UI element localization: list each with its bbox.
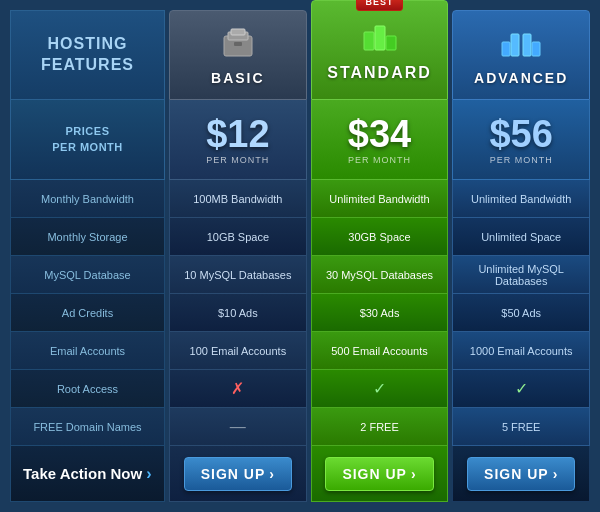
price-label: PRICESPER MONTH (10, 100, 165, 180)
basic-domain: — (169, 408, 307, 446)
standard-name: STANDARD (327, 64, 432, 82)
svg-rect-5 (375, 26, 385, 50)
basic-bandwidth: 100MB Bandwidth (169, 180, 307, 218)
advanced-bandwidth: Unlimited Bandwidth (452, 180, 590, 218)
basic-header: BASIC (169, 10, 307, 100)
pricing-table: HOSTINGFEATURES PRICESPER MONTH Monthly … (0, 0, 600, 512)
feature-label-mysql: MySQL Database (10, 256, 165, 294)
advanced-mysql: Unlimited MySQL Databases (452, 256, 590, 294)
basic-per-month: PER MONTH (206, 155, 269, 165)
standard-domain: 2 FREE (311, 408, 449, 446)
action-cell: Take Action Now › (10, 446, 165, 502)
standard-signup-arrow: › (411, 466, 417, 482)
plan-advanced: ADVANCED $56 PER MONTH Unlimited Bandwid… (452, 10, 590, 502)
standard-mysql: 30 MySQL Databases (311, 256, 449, 294)
check-icon-standard: ✓ (373, 379, 386, 398)
basic-root: ✗ (169, 370, 307, 408)
svg-rect-7 (502, 42, 510, 56)
basic-mysql: 10 MySQL Databases (169, 256, 307, 294)
advanced-root: ✓ (452, 370, 590, 408)
feature-label-root: Root Access (10, 370, 165, 408)
svg-rect-2 (231, 29, 245, 35)
best-badge: BEST (356, 0, 402, 11)
advanced-name: ADVANCED (474, 70, 568, 86)
advanced-ads: $50 Ads (452, 294, 590, 332)
advanced-per-month: PER MONTH (490, 155, 553, 165)
standard-email: 500 Email Accounts (311, 332, 449, 370)
basic-icon (220, 24, 256, 66)
dash-icon: — (230, 418, 246, 436)
standard-per-month: PER MONTH (348, 155, 411, 165)
plan-basic: BASIC $12 PER MONTH 100MB Bandwidth 10GB… (169, 10, 307, 502)
advanced-email: 1000 Email Accounts (452, 332, 590, 370)
take-action-label: Take Action Now (23, 465, 142, 482)
standard-ads: $30 Ads (311, 294, 449, 332)
basic-signup-button[interactable]: SIGN UP › (184, 457, 292, 491)
svg-rect-8 (511, 34, 519, 56)
standard-bandwidth: Unlimited Bandwidth (311, 180, 449, 218)
feature-label-storage: Monthly Storage (10, 218, 165, 256)
take-action-text: Take Action Now › (23, 465, 152, 483)
take-action-arrow: › (146, 465, 151, 483)
standard-price: $34 (348, 115, 411, 153)
svg-rect-4 (364, 32, 374, 50)
basic-name: BASIC (211, 70, 265, 86)
advanced-signup-arrow: › (553, 466, 559, 482)
features-column: HOSTINGFEATURES PRICESPER MONTH Monthly … (10, 10, 165, 502)
basic-signup-arrow: › (269, 466, 275, 482)
feature-label-ads: Ad Credits (10, 294, 165, 332)
advanced-storage: Unlimited Space (452, 218, 590, 256)
advanced-price: $56 (489, 115, 552, 153)
advanced-signup-label: SIGN UP (484, 466, 549, 482)
svg-rect-3 (234, 42, 242, 46)
check-icon-advanced: ✓ (515, 379, 528, 398)
svg-rect-10 (532, 42, 540, 56)
feature-label-email: Email Accounts (10, 332, 165, 370)
svg-rect-9 (523, 34, 531, 56)
basic-storage: 10GB Space (169, 218, 307, 256)
advanced-header: ADVANCED (452, 10, 590, 100)
basic-ads: $10 Ads (169, 294, 307, 332)
advanced-price-cell: $56 PER MONTH (452, 100, 590, 180)
plan-standard: BEST STANDARD $34 PER MONTH Unlimited Ba… (311, 0, 449, 502)
feature-label-domain: FREE Domain Names (10, 408, 165, 446)
basic-price: $12 (206, 115, 269, 153)
basic-signup-label: SIGN UP (201, 466, 266, 482)
standard-root: ✓ (311, 370, 449, 408)
advanced-icon (501, 24, 541, 66)
cross-icon: ✗ (231, 379, 244, 398)
advanced-domain: 5 FREE (452, 408, 590, 446)
standard-signup-label: SIGN UP (342, 466, 407, 482)
features-header: HOSTINGFEATURES (10, 10, 165, 100)
advanced-signup-cell: SIGN UP › (452, 446, 590, 502)
standard-storage: 30GB Space (311, 218, 449, 256)
standard-signup-button[interactable]: SIGN UP › (325, 457, 433, 491)
feature-label-bandwidth: Monthly Bandwidth (10, 180, 165, 218)
basic-email: 100 Email Accounts (169, 332, 307, 370)
standard-signup-cell: SIGN UP › (311, 446, 449, 502)
standard-header: BEST STANDARD (311, 0, 449, 100)
basic-signup-cell: SIGN UP › (169, 446, 307, 502)
svg-rect-6 (386, 36, 396, 50)
advanced-signup-button[interactable]: SIGN UP › (467, 457, 575, 491)
basic-price-cell: $12 PER MONTH (169, 100, 307, 180)
standard-price-cell: $34 PER MONTH (311, 100, 449, 180)
standard-icon (362, 18, 398, 60)
